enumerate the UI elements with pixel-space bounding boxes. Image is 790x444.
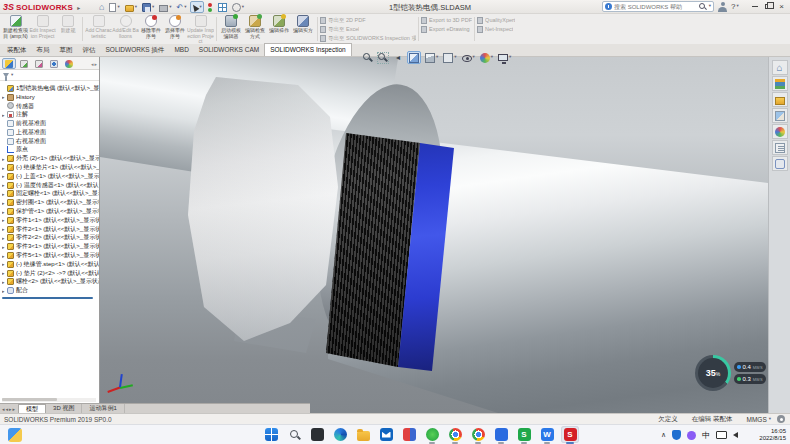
graphics-viewport[interactable]: 35% 0.4MB/S0.3MB/S ⌂ — [100, 57, 790, 413]
tree-item[interactable]: ▸螺栓<2> (默认<<默认>_显示状态 — [2, 278, 99, 287]
chrome-browser[interactable] — [446, 426, 464, 443]
security-shield-icon[interactable] — [672, 430, 681, 440]
section-view-button[interactable] — [407, 51, 421, 64]
status-item[interactable]: MMGS▾ — [747, 416, 772, 423]
new-inspection-project-button[interactable]: 新建检查项目 (amp;N) — [2, 14, 29, 44]
display-grid-button[interactable] — [217, 1, 228, 13]
app-green[interactable] — [423, 426, 441, 443]
solidworks-forum-button[interactable] — [772, 156, 788, 171]
export-2d-pdf-button[interactable]: 导出至 2D PDF — [320, 16, 416, 24]
undo-button[interactable]: ↶▾ — [176, 1, 188, 13]
tree-item[interactable]: 1型铠装热电偶 (默认<默认>_显示状态-1 — [2, 84, 99, 93]
launch-template-editor-button[interactable]: 启动模板编辑器 — [219, 14, 243, 44]
display-style-button[interactable]: ▾ — [442, 51, 457, 64]
tree-item[interactable]: ▸零件1<1> (默认<<默认>_显示状 — [2, 216, 99, 225]
zoom-to-area-button[interactable] — [377, 51, 389, 64]
tree-item[interactable]: ▸零件2<2> (默认<<默认>_显示状 — [2, 234, 99, 243]
update-inspection-project-button[interactable]: Update Inspection Project — [187, 14, 214, 44]
tree-item[interactable]: 原点 — [2, 146, 99, 155]
tree-item[interactable]: ▸(-) 绝缘垫片<1> (默认<<默认>_显 — [2, 163, 99, 172]
outlook-mail[interactable] — [377, 426, 395, 443]
displaymanager-tab[interactable] — [62, 58, 76, 69]
export-excel-button[interactable]: 导出至 Excel — [320, 25, 416, 33]
edit-inspection-methods-button[interactable]: 编辑检查方式 — [243, 14, 267, 44]
file-explorer[interactable] — [354, 426, 372, 443]
tree-filter-row[interactable]: ▾ — [0, 70, 99, 81]
hide-show-items-button[interactable]: ▾ — [461, 51, 476, 64]
hidden-icons-chevron[interactable]: ∧ — [661, 431, 666, 439]
status-item[interactable]: 在编辑 装配体 — [692, 415, 733, 424]
export-sw-inspection-button[interactable]: 导出至 SOLIDWORKS Inspection 项目 — [320, 34, 416, 42]
export-3d-pdf-button[interactable]: Export to 3D PDF — [421, 16, 472, 24]
add-edit-balloons-button[interactable]: Add/Edit Balloons — [112, 14, 139, 44]
tree-item[interactable]: ▸密封圈<1> (默认<<默认>_显示状 — [2, 198, 99, 207]
search-button[interactable] — [285, 426, 303, 443]
home-button[interactable]: ⌂ — [98, 1, 105, 13]
model-tab-2[interactable]: 3D 视图 — [46, 404, 82, 414]
app-green-s[interactable]: S — [515, 426, 533, 443]
tree-end-bar[interactable] — [2, 297, 93, 299]
search-icon[interactable] — [699, 3, 707, 11]
open-button[interactable]: ▾ — [124, 1, 138, 13]
edit-inspection-project-button[interactable]: Edit Inspection Project — [29, 14, 56, 44]
tree-item[interactable]: 右视基准面 — [2, 137, 99, 146]
design-library-button[interactable] — [772, 76, 788, 91]
print-button[interactable]: ▾ — [158, 1, 172, 13]
tree-item[interactable]: ▸保护管<1> (默认<<默认>_显示状 — [2, 207, 99, 216]
export-edrawing-button[interactable]: Export eDrawing — [421, 25, 472, 33]
edit-actual-button[interactable]: 编辑实方 — [291, 14, 315, 44]
new-document-button[interactable]: ▾ — [108, 1, 120, 13]
search-input[interactable] — [614, 4, 697, 10]
tab-scroll-arrows[interactable]: ◂◂▸▸ — [0, 406, 18, 412]
search-dropdown-caret[interactable]: ▾ — [709, 4, 711, 9]
login-account-icon[interactable] — [718, 2, 727, 12]
edit-appearance-button[interactable]: ▾ — [479, 51, 494, 64]
model-tab-1[interactable]: 模型 — [18, 404, 46, 414]
options-button[interactable]: ▾ — [231, 1, 245, 13]
dimxpertmanager-tab[interactable] — [47, 58, 61, 69]
tree-item[interactable]: 前视基准面 — [2, 119, 99, 128]
volume-icon[interactable] — [733, 432, 738, 438]
propertymanager-tab[interactable] — [17, 58, 31, 69]
tree-item[interactable]: ▸History — [2, 93, 99, 102]
ribbon-tab-8[interactable]: SOLIDWORKS Inspection — [264, 43, 352, 56]
app-red-blue[interactable] — [400, 426, 418, 443]
ribbon-tab-3[interactable]: 草图 — [55, 44, 78, 56]
filter-caret-icon[interactable]: ▾ — [11, 73, 13, 78]
app-purple-icon[interactable] — [687, 431, 696, 440]
view-palette-button[interactable] — [772, 108, 788, 123]
featuremanager-tab[interactable] — [2, 58, 16, 69]
view-orientation-button[interactable]: ▾ — [424, 51, 439, 64]
tree-item[interactable]: ▸零件2<1> (默认<<默认>_显示状 — [2, 225, 99, 234]
help-button[interactable]: ?▾ — [731, 2, 739, 11]
qualityxpert-button[interactable]: QualityXpert — [477, 16, 515, 24]
model-tab-3[interactable]: 运动算例1 — [82, 404, 124, 414]
app-blue[interactable] — [492, 426, 510, 443]
tree-item[interactable]: ▸注解 — [2, 110, 99, 119]
restore-button[interactable] — [761, 0, 774, 13]
edge-browser[interactable] — [331, 426, 349, 443]
tree-item[interactable]: ▸(-) 温度传感器<1> (默认<<默认>_ — [2, 181, 99, 190]
tab-overflow-arrows[interactable]: ◂▸ — [91, 61, 98, 67]
close-button[interactable]: × — [775, 0, 788, 13]
3d-scene[interactable]: 35% 0.4MB/S0.3MB/S — [100, 57, 768, 413]
tree-item[interactable]: ▸零件5<1> (默认<<默认>_显示状 — [2, 251, 99, 260]
file-explorer-button[interactable] — [772, 92, 788, 107]
tree-item[interactable]: ▸配合 — [2, 286, 99, 295]
net-inspect-button[interactable]: Net-Inspect — [477, 25, 515, 33]
status-item[interactable]: 欠定义 — [658, 415, 678, 424]
view-settings-button[interactable]: ▾ — [497, 51, 512, 64]
custom-properties-button[interactable] — [772, 140, 788, 155]
minimize-button[interactable] — [748, 0, 761, 13]
app-dark[interactable] — [308, 426, 326, 443]
ribbon-tab-4[interactable]: 评估 — [78, 44, 101, 56]
ime-indicator[interactable]: 中 — [702, 430, 710, 441]
tree-item[interactable]: 传感器 — [2, 102, 99, 111]
help-search-box[interactable]: ▾ — [602, 1, 714, 12]
previous-view-button[interactable]: ◂ — [392, 51, 404, 64]
quick-tips-icon[interactable] — [777, 415, 785, 423]
add-characteristic-button[interactable]: Add Characteristic — [85, 14, 112, 44]
tree-item[interactable]: ▸外壳 (2)<1> (默认<<默认>_显示状 — [2, 154, 99, 163]
new-rule-button[interactable]: 新建规 — [56, 14, 80, 44]
zoom-to-fit-button[interactable] — [362, 51, 374, 64]
